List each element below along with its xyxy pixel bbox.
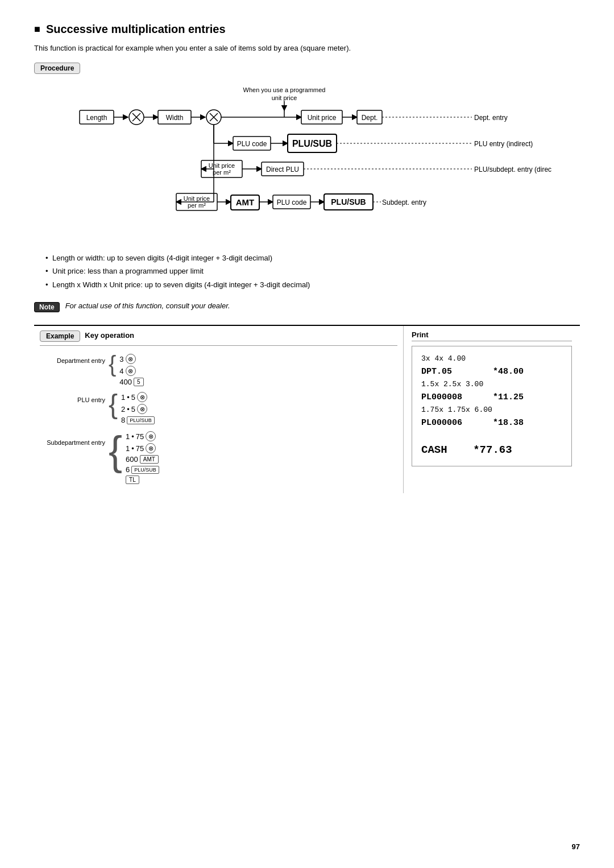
svg-text:PLU/SUB: PLU/SUB [292, 139, 332, 148]
subdept-brace: { [109, 429, 122, 471]
plu-brace: { [109, 391, 118, 418]
svg-text:Subdept. entry: Subdept. entry [382, 199, 426, 206]
key-btn-plusub2: PLU/SUB [131, 466, 159, 474]
svg-text:PLU/SUB: PLU/SUB [331, 197, 366, 206]
dept-entry-group: Department entry { 3 ⊗ 4 ⊗ 400 5 [40, 352, 397, 386]
svg-text:Unit price: Unit price [308, 114, 337, 122]
print-line-3: 1.5x 2.5x 3.00 [421, 379, 562, 391]
svg-text:Direct PLU: Direct PLU [266, 166, 299, 173]
dept-keys: 3 ⊗ 4 ⊗ 400 5 [119, 352, 143, 386]
subdept-key-row3: 600 AMT [126, 455, 159, 464]
print-line-1: 3x 4x 4.00 [421, 353, 562, 365]
svg-text:per m²: per m² [188, 202, 206, 209]
plu-key-row1: 1 • 5 ⊗ [121, 392, 155, 402]
subdept-entry-group: Subdepartment entry { 1 • 75 ⊗ 1 • 75 ⊗ … [40, 429, 397, 484]
subdept-key-row5: TL [126, 476, 159, 484]
flow-diagram-svg: When you use a programmed unit price Len… [63, 82, 551, 241]
subdept-keys: 1 • 75 ⊗ 1 • 75 ⊗ 600 AMT 6 PLU/SUB [126, 429, 159, 484]
svg-text:per m²: per m² [213, 169, 231, 176]
key-operation-label: Key operation [85, 331, 134, 341]
svg-text:Unit price: Unit price [209, 162, 235, 169]
key-circle-plu2: ⊗ [137, 404, 147, 414]
svg-text:PLU code: PLU code [237, 140, 267, 148]
subdept-key-row4: 6 PLU/SUB [126, 465, 159, 474]
dept-key-row3: 400 5 [119, 378, 143, 386]
svg-text:When you use a programmed: When you use a programmed [243, 86, 326, 93]
subdept-entry-label: Subdepartment entry [40, 429, 105, 446]
dept-key-row1: 3 ⊗ [119, 354, 143, 364]
bullet-notes: Length or width: up to seven digits (4-d… [45, 251, 580, 291]
key-circle-sub1: ⊗ [146, 431, 156, 441]
svg-text:AMT: AMT [236, 197, 255, 207]
note-text: For actual use of this function, consult… [65, 301, 230, 310]
key-btn-tl: TL [126, 476, 139, 484]
print-col-header: Print [412, 330, 572, 341]
note-badge: Note [34, 302, 60, 312]
svg-text:Length: Length [86, 114, 107, 122]
plu-key-row3: 8 PLU/SUB [121, 416, 155, 424]
key-btn-plusub: PLU/SUB [127, 416, 155, 424]
print-line-5: 1.75x 1.75x 6.00 [421, 404, 562, 416]
key-btn-amt: AMT [140, 455, 159, 464]
key-circle-dept2: ⊗ [126, 366, 136, 376]
dept-brace: { [109, 352, 116, 375]
svg-text:Dept.: Dept. [362, 114, 378, 122]
svg-text:PLU code: PLU code [277, 199, 307, 206]
svg-text:Width: Width [166, 114, 184, 122]
print-line-6: PL000006 *18.38 [421, 416, 562, 430]
svg-text:Unit price: Unit price [184, 195, 210, 202]
example-right-col: Print 3x 4x 4.00 DPT.05 *48.00 1.5x 2.5x… [404, 326, 580, 493]
print-area: 3x 4x 4.00 DPT.05 *48.00 1.5x 2.5x 3.00 … [412, 346, 572, 466]
key-btn-5a: 5 [134, 378, 144, 386]
print-line-2: DPT.05 *48.00 [421, 365, 562, 379]
print-line-4: PL000008 *11.25 [421, 391, 562, 404]
key-circle-plu1: ⊗ [137, 392, 147, 402]
svg-text:unit price: unit price [272, 94, 297, 101]
bullet-2: Unit price: less than a programmed upper… [45, 264, 580, 278]
bullet-1: Length or width: up to seven digits (4-d… [45, 251, 580, 264]
dept-entry-label: Department entry [40, 352, 105, 364]
key-circle-dept1: ⊗ [126, 354, 136, 364]
note-box: Note For actual use of this function, co… [34, 301, 580, 312]
print-line-cash: CASH *77.63 [421, 441, 562, 458]
bullet-3: Length x Width x Unit price: up to seven… [45, 278, 580, 291]
procedure-badge: Procedure [34, 63, 80, 74]
section-title: Successive multiplication entries [34, 23, 580, 36]
example-section: Example Key operation Department entry {… [34, 325, 580, 493]
svg-text:PLU entry (indirect): PLU entry (indirect) [474, 140, 533, 148]
plu-keys: 1 • 5 ⊗ 2 • 5 ⊗ 8 PLU/SUB [121, 391, 155, 424]
dept-key-row2: 4 ⊗ [119, 366, 143, 376]
plu-entry-group: PLU entry { 1 • 5 ⊗ 2 • 5 ⊗ 8 PLU/SUB [40, 391, 397, 424]
print-line-7 [421, 430, 562, 442]
plu-key-row2: 2 • 5 ⊗ [121, 404, 155, 414]
page-number: 97 [572, 842, 580, 851]
section-title-text: Successive multiplication entries [46, 23, 226, 36]
subdept-key-row1: 1 • 75 ⊗ [126, 431, 159, 441]
example-badge: Example [40, 330, 80, 342]
intro-text: This function is practical for example w… [34, 44, 580, 52]
svg-text:Dept. entry: Dept. entry [474, 114, 508, 122]
example-left-col: Example Key operation Department entry {… [34, 326, 404, 493]
subdept-key-row2: 1 • 75 ⊗ [126, 443, 159, 453]
key-circle-sub2: ⊗ [146, 443, 156, 453]
flow-diagram-area: When you use a programmed unit price Len… [34, 82, 580, 241]
svg-text:PLU/subdept. entry (direct): PLU/subdept. entry (direct) [474, 166, 551, 173]
plu-entry-label: PLU entry [40, 391, 105, 403]
